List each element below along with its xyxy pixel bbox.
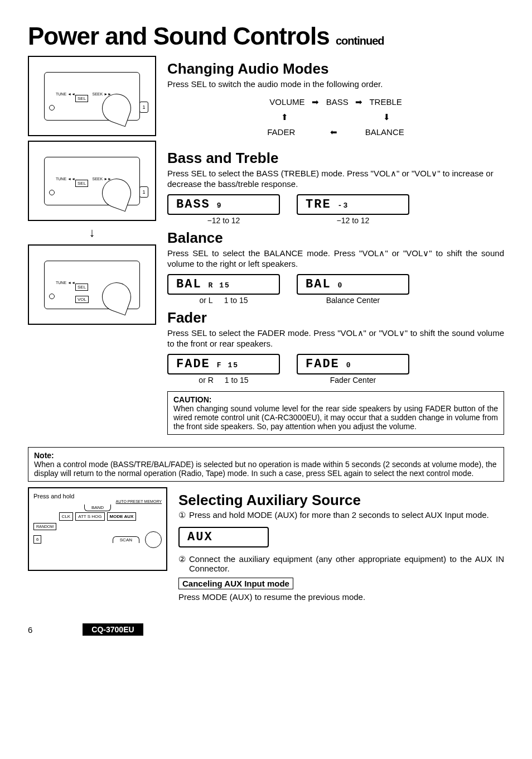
title-text: Power and Sound Controls [28, 22, 330, 50]
step-1-number: ① [178, 510, 186, 520]
fader-display-1: FADE F 15 [167, 354, 280, 374]
random-button: RANDOM [33, 523, 56, 530]
figure-vol-press: TUNE ◄◄ SEL VOL [28, 244, 156, 325]
indicator-circle [49, 105, 55, 111]
fader-heading: Fader [167, 309, 504, 326]
bal-label: BAL [176, 277, 202, 291]
bass-treble-text: Press SEL to select the BASS (TREBLE) mo… [167, 168, 504, 190]
bass-label: BASS [176, 198, 210, 212]
mode-aux-button: MODE AUX [107, 512, 137, 521]
tune-label: TUNE ◄◄ [56, 177, 75, 181]
changing-modes-heading: Changing Audio Modes [167, 60, 504, 78]
treble-display: TRE -3 [297, 194, 409, 215]
figure-sel-press-1: TUNE ◄◄ SEL SEEK ►► 1 [28, 56, 156, 136]
balance-display-2: BAL 0 [297, 274, 409, 295]
fader-text: Press SEL to select the FADER mode. Pres… [167, 328, 504, 349]
fade-sub1: or R [199, 376, 213, 385]
page-title: Power and Sound Controls continued [28, 22, 504, 50]
hand-icon [98, 278, 136, 315]
figure-sel-press-2: TUNE ◄◄ SEL SEEK ►► 1 [28, 141, 156, 221]
sel-button-label: SEL [75, 284, 88, 291]
tune-label: TUNE ◄◄ [56, 92, 75, 96]
step-2-number: ② [178, 554, 186, 573]
fade-value-2: 0 [346, 361, 352, 369]
bass-display: BASS 9 [167, 194, 280, 215]
sel-button-label: SEL [75, 95, 88, 102]
cancel-aux-label: Canceling AUX Input mode [178, 578, 293, 589]
aux-heading: Selecting Auxiliary Source [178, 492, 504, 509]
arrow-down-icon: ↓ [28, 225, 156, 240]
caution-label: CAUTION: [173, 395, 211, 404]
treble-range: −12 to 12 [337, 216, 370, 225]
mode-cycle-diagram: VOLUME ➡ BASS ➡ TREBLE ⬆ ⬇ FADER ⬅ BALAN… [167, 94, 504, 140]
note-text: When a control mode (BASS/TRE/BAL/FADE) … [34, 460, 497, 478]
fade-sub2: 1 to 15 [225, 376, 249, 385]
indicator-circle [49, 294, 55, 299]
bal-value-2: 0 [338, 281, 344, 290]
bass-value: 9 [217, 201, 223, 210]
page-number: 6 [28, 625, 32, 635]
vol-button-label: VOL [75, 296, 89, 303]
att-button: ATT S HOG [75, 512, 104, 521]
balance-text: Press SEL to select the BALANCE mode. Pr… [167, 248, 504, 270]
changing-modes-text: Press SEL to switch the audio mode in th… [167, 79, 504, 90]
fader-center-label: Fader Center [330, 376, 376, 385]
band-button: BAND [84, 505, 111, 511]
caution-text: When changing sound volume level for the… [173, 404, 498, 431]
fade-label-2: FADE [306, 357, 340, 371]
note-label: Note: [34, 451, 54, 460]
preset-1-button: 1 [139, 102, 148, 113]
fade-label: FADE [176, 357, 210, 371]
note-box: Note: When a control mode (BASS/TRE/BAL/… [28, 447, 504, 482]
bal-value: R 15 [209, 281, 230, 290]
indicator-circle [49, 190, 55, 195]
aux-step-1: Press and hold MODE (AUX) for more than … [189, 510, 489, 520]
treble-value: -3 [338, 201, 349, 210]
bass-treble-heading: Bass and Treble [167, 150, 504, 167]
continued-text: continued [336, 35, 384, 47]
bass-range: −12 to 12 [207, 216, 240, 225]
aux-label: AUX [187, 530, 213, 544]
model-number: CQ-3700EU [83, 623, 143, 636]
figure-mode-aux: Press and hold AUTO PRESET MEMORY BAND C… [28, 487, 167, 571]
cycle-volume: VOLUME [269, 97, 304, 107]
auto-preset-label: AUTO PRESET MEMORY [33, 499, 162, 503]
sel-button-label: SEL [75, 180, 88, 187]
treble-label: TRE [306, 198, 331, 212]
cancel-aux-text: Press MODE (AUX) to resume the previous … [178, 592, 504, 603]
cycle-balance: BALANCE [365, 127, 404, 137]
bal-center-label: Balance Center [326, 296, 380, 305]
bal-label-2: BAL [306, 277, 331, 291]
balance-display-1: BAL R 15 [167, 274, 280, 295]
bal-sub2: 1 to 15 [224, 296, 248, 305]
preset-1-button: 1 [139, 186, 148, 198]
scan-button: SCAN [113, 536, 139, 543]
aux-display: AUX [178, 527, 269, 547]
fade-value: F 15 [217, 361, 239, 369]
press-hold-label: Press and hold [33, 493, 162, 499]
preset-6-button: 6 [33, 535, 41, 544]
clk-button: CLK [59, 512, 74, 521]
cycle-bass: BASS [326, 97, 349, 107]
cycle-fader: FADER [267, 127, 295, 137]
cycle-treble: TREBLE [369, 97, 402, 107]
balance-heading: Balance [167, 229, 504, 247]
hand-icon [145, 531, 162, 548]
caution-box: CAUTION: When changing sound volume leve… [167, 391, 504, 435]
figures-column: TUNE ◄◄ SEL SEEK ►► 1 TUNE ◄◄ SEL SEEK ►… [28, 56, 156, 441]
bal-sub1: or L [200, 296, 213, 305]
fader-display-2: FADE 0 [297, 354, 409, 374]
tune-label: TUNE ◄◄ [56, 281, 75, 285]
aux-step-2: Connect the auxiliary equipment (any oth… [189, 554, 504, 573]
